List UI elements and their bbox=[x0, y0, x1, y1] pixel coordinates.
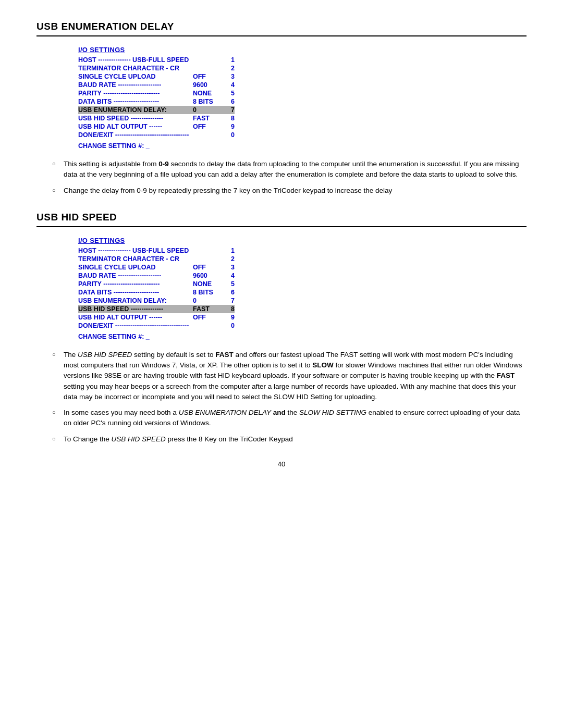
section2-change-setting: CHANGE SETTING #: _ bbox=[78, 333, 235, 340]
setting-number: 6 bbox=[224, 288, 235, 297]
table-row: USB HID SPEED ---------------FAST8 bbox=[78, 114, 235, 122]
section-usb-enumeration-delay: USB ENUMERATION DELAY I/O SETTINGS HOST … bbox=[36, 21, 527, 196]
setting-number: 0 bbox=[224, 322, 235, 330]
setting-value bbox=[193, 255, 224, 263]
setting-number: 8 bbox=[224, 114, 235, 122]
table-row: HOST --------------- USB-FULL SPEED1 bbox=[78, 246, 235, 255]
setting-value: OFF bbox=[193, 313, 224, 322]
table-row: DATA BITS ---------------------8 BITS6 bbox=[78, 288, 235, 297]
setting-label: BAUD RATE -------------------- bbox=[78, 81, 193, 89]
section1-io-settings-title: I/O SETTINGS bbox=[78, 46, 235, 54]
setting-label: HOST --------------- USB-FULL SPEED bbox=[78, 246, 193, 255]
section-usb-hid-speed: USB HID SPEED I/O SETTINGS HOST --------… bbox=[36, 212, 527, 445]
setting-label: DATA BITS --------------------- bbox=[78, 97, 193, 106]
table-row: HOST --------------- USB-FULL SPEED1 bbox=[78, 56, 235, 64]
table-row: USB ENUMERATION DELAY:07 bbox=[78, 106, 235, 114]
setting-number: 9 bbox=[224, 122, 235, 131]
list-item: This setting is adjustable from 0-9 seco… bbox=[52, 159, 527, 180]
setting-label: USB HID SPEED --------------- bbox=[78, 305, 193, 313]
table-row: DATA BITS ---------------------8 BITS6 bbox=[78, 97, 235, 106]
setting-value: 8 BITS bbox=[193, 288, 224, 297]
setting-number: 4 bbox=[224, 81, 235, 89]
table-row: USB HID ALT OUTPUT ------OFF9 bbox=[78, 313, 235, 322]
setting-value: FAST bbox=[193, 114, 224, 122]
setting-value: OFF bbox=[193, 122, 224, 131]
setting-number: 9 bbox=[224, 313, 235, 322]
setting-number: 3 bbox=[224, 263, 235, 272]
section2-bullet-list: The USB HID SPEED setting by default is … bbox=[52, 350, 527, 445]
setting-value bbox=[193, 131, 224, 139]
setting-value: NONE bbox=[193, 89, 224, 97]
setting-number: 2 bbox=[224, 64, 235, 72]
section1-io-settings-box: I/O SETTINGS HOST --------------- USB-FU… bbox=[78, 46, 235, 150]
setting-label: USB HID ALT OUTPUT ------ bbox=[78, 122, 193, 131]
setting-value bbox=[193, 56, 224, 64]
setting-label: TERMINATOR CHARACTER - CR bbox=[78, 64, 193, 72]
section1-title: USB ENUMERATION DELAY bbox=[36, 21, 527, 36]
section2-io-settings-title: I/O SETTINGS bbox=[78, 237, 235, 244]
page-number: 40 bbox=[36, 460, 527, 468]
setting-value: NONE bbox=[193, 280, 224, 288]
table-row: TERMINATOR CHARACTER - CR2 bbox=[78, 255, 235, 263]
setting-number: 0 bbox=[224, 131, 235, 139]
section1-settings-table: HOST --------------- USB-FULL SPEED1TERM… bbox=[78, 56, 235, 139]
setting-number: 1 bbox=[224, 246, 235, 255]
setting-value: 0 bbox=[193, 106, 224, 114]
setting-label: DONE/EXIT ------------------------------… bbox=[78, 131, 193, 139]
section2-settings-table: HOST --------------- USB-FULL SPEED1TERM… bbox=[78, 246, 235, 330]
setting-label: BAUD RATE -------------------- bbox=[78, 272, 193, 280]
table-row: SINGLE CYCLE UPLOADOFF3 bbox=[78, 263, 235, 272]
table-row: BAUD RATE --------------------96004 bbox=[78, 81, 235, 89]
setting-label: USB ENUMERATION DELAY: bbox=[78, 297, 193, 305]
table-row: PARITY --------------------------NONE5 bbox=[78, 280, 235, 288]
setting-label: USB ENUMERATION DELAY: bbox=[78, 106, 193, 114]
table-row: BAUD RATE --------------------96004 bbox=[78, 272, 235, 280]
setting-number: 1 bbox=[224, 56, 235, 64]
list-item: In some cases you may need both a USB EN… bbox=[52, 408, 527, 429]
table-row: TERMINATOR CHARACTER - CR2 bbox=[78, 64, 235, 72]
section2-title: USB HID SPEED bbox=[36, 212, 527, 227]
setting-value bbox=[193, 322, 224, 330]
setting-number: 8 bbox=[224, 305, 235, 313]
setting-number: 7 bbox=[224, 297, 235, 305]
table-row: USB HID SPEED ---------------FAST8 bbox=[78, 305, 235, 313]
table-row: PARITY --------------------------NONE5 bbox=[78, 89, 235, 97]
list-item: Change the delay from 0-9 by repeatedly … bbox=[52, 186, 527, 196]
table-row: SINGLE CYCLE UPLOADOFF3 bbox=[78, 72, 235, 81]
setting-label: DATA BITS --------------------- bbox=[78, 288, 193, 297]
setting-number: 5 bbox=[224, 280, 235, 288]
setting-number: 4 bbox=[224, 272, 235, 280]
setting-value: 9600 bbox=[193, 81, 224, 89]
section1-change-setting: CHANGE SETTING #: _ bbox=[78, 142, 235, 150]
setting-number: 7 bbox=[224, 106, 235, 114]
section1-bullet-list: This setting is adjustable from 0-9 seco… bbox=[52, 159, 527, 196]
setting-value: FAST bbox=[193, 305, 224, 313]
section2-io-settings-box: I/O SETTINGS HOST --------------- USB-FU… bbox=[78, 237, 235, 340]
setting-label: TERMINATOR CHARACTER - CR bbox=[78, 255, 193, 263]
setting-label: SINGLE CYCLE UPLOAD bbox=[78, 72, 193, 81]
setting-label: PARITY -------------------------- bbox=[78, 89, 193, 97]
setting-value: 0 bbox=[193, 297, 224, 305]
setting-value bbox=[193, 246, 224, 255]
setting-label: DONE/EXIT ------------------------------… bbox=[78, 322, 193, 330]
list-item: To Change the USB HID SPEED press the 8 … bbox=[52, 434, 527, 445]
setting-value bbox=[193, 64, 224, 72]
list-item: The USB HID SPEED setting by default is … bbox=[52, 350, 527, 402]
setting-number: 3 bbox=[224, 72, 235, 81]
setting-label: PARITY -------------------------- bbox=[78, 280, 193, 288]
setting-label: USB HID SPEED --------------- bbox=[78, 114, 193, 122]
setting-value: OFF bbox=[193, 263, 224, 272]
setting-number: 2 bbox=[224, 255, 235, 263]
table-row: USB ENUMERATION DELAY:07 bbox=[78, 297, 235, 305]
setting-label: HOST --------------- USB-FULL SPEED bbox=[78, 56, 193, 64]
table-row: DONE/EXIT ------------------------------… bbox=[78, 322, 235, 330]
setting-value: 8 BITS bbox=[193, 97, 224, 106]
table-row: USB HID ALT OUTPUT ------OFF9 bbox=[78, 122, 235, 131]
setting-number: 5 bbox=[224, 89, 235, 97]
setting-number: 6 bbox=[224, 97, 235, 106]
setting-label: USB HID ALT OUTPUT ------ bbox=[78, 313, 193, 322]
setting-label: SINGLE CYCLE UPLOAD bbox=[78, 263, 193, 272]
table-row: DONE/EXIT ------------------------------… bbox=[78, 131, 235, 139]
setting-value: OFF bbox=[193, 72, 224, 81]
setting-value: 9600 bbox=[193, 272, 224, 280]
